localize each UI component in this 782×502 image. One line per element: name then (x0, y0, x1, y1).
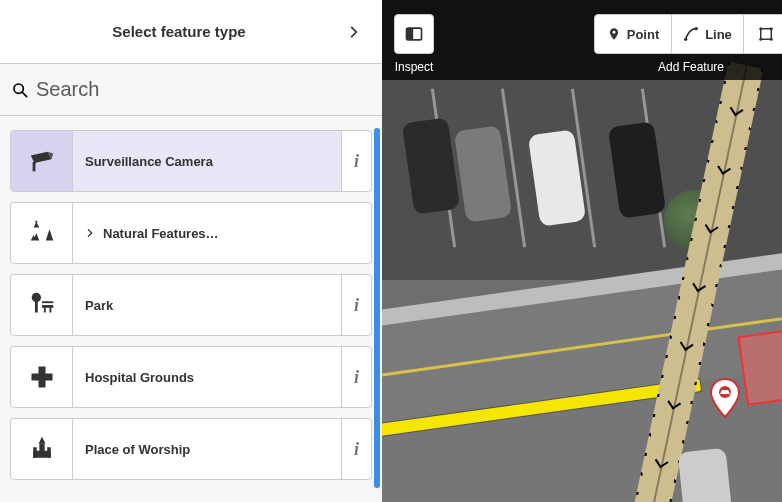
inspect-icon (404, 24, 424, 44)
svg-point-25 (759, 38, 762, 41)
svg-point-3 (35, 221, 37, 223)
svg-rect-22 (760, 29, 771, 40)
feature-type-natural-features[interactable]: Natural Features… (10, 202, 372, 264)
search-row (0, 64, 382, 116)
direction-chevron-icon (655, 454, 669, 468)
plus-icon (11, 347, 73, 407)
info-button[interactable]: i (341, 347, 371, 407)
map-toolbar: Inspect Point Line Add Feature (394, 14, 782, 74)
feature-type-label: Park (73, 275, 341, 335)
add-point-button[interactable]: Point (594, 14, 672, 54)
collapse-button[interactable] (342, 25, 366, 39)
svg-point-23 (759, 27, 762, 30)
svg-point-4 (31, 293, 40, 302)
feature-type-label-text: Natural Features… (103, 226, 219, 241)
feature-type-hospital-grounds[interactable]: Hospital Grounds i (10, 346, 372, 408)
direction-chevron-icon (705, 220, 719, 234)
svg-point-19 (612, 31, 615, 34)
chevron-right-icon (85, 228, 95, 238)
info-button[interactable]: i (341, 419, 371, 479)
pin-icon (710, 378, 740, 418)
feature-type-label: Place of Worship (73, 419, 341, 479)
feature-type-place-of-worship[interactable]: Place of Worship i (10, 418, 372, 480)
parked-car (678, 448, 735, 502)
svg-rect-14 (33, 447, 37, 458)
add-feature-buttons: Point Line (594, 14, 782, 54)
panel-header: Select feature type (0, 0, 382, 64)
add-point-label: Point (627, 27, 660, 42)
add-line-button[interactable]: Line (672, 14, 744, 54)
direction-chevron-icon (680, 337, 694, 351)
direction-chevron-icon (730, 102, 744, 116)
feature-type-label: Natural Features… (73, 203, 371, 263)
nature-icon (11, 203, 73, 263)
inspect-group: Inspect (394, 14, 434, 74)
svg-rect-9 (42, 301, 53, 303)
direction-chevron-icon (667, 396, 681, 410)
svg-rect-8 (49, 308, 51, 313)
inspect-label: Inspect (395, 60, 434, 74)
camera-icon (11, 131, 73, 191)
search-icon (12, 82, 28, 98)
chevron-right-icon (347, 25, 361, 39)
add-area-button[interactable] (744, 14, 782, 54)
point-pin-icon (607, 27, 621, 41)
svg-point-26 (769, 38, 772, 41)
feature-type-surveillance-camera[interactable]: Surveillance Camera i (10, 130, 372, 192)
svg-point-24 (769, 27, 772, 30)
sidebar-panel: Select feature type Surveillance Camera … (0, 0, 382, 502)
search-input[interactable] (36, 78, 370, 101)
svg-rect-5 (34, 301, 37, 312)
line-icon (683, 26, 699, 42)
worship-icon (11, 419, 73, 479)
add-line-label: Line (705, 27, 732, 42)
feature-type-list-wrap: Surveillance Camera i Natural Features… (0, 116, 382, 502)
svg-rect-15 (47, 447, 51, 458)
svg-rect-2 (32, 162, 35, 171)
svg-rect-6 (42, 305, 53, 308)
direction-chevron-icon (692, 278, 706, 292)
info-button[interactable]: i (341, 275, 371, 335)
svg-point-20 (684, 38, 687, 41)
svg-rect-11 (31, 374, 52, 381)
feature-type-label: Hospital Grounds (73, 347, 341, 407)
feature-type-list[interactable]: Surveillance Camera i Natural Features… (0, 116, 382, 502)
park-icon (11, 275, 73, 335)
svg-line-1 (22, 92, 27, 97)
direction-chevron-icon (717, 161, 731, 175)
add-feature-group: Point Line Add Feature (594, 14, 782, 74)
svg-rect-18 (407, 28, 414, 40)
panel-title: Select feature type (16, 23, 342, 40)
inspect-button[interactable] (394, 14, 434, 54)
svg-point-21 (695, 27, 698, 30)
list-scrollbar[interactable] (374, 128, 380, 488)
svg-rect-7 (43, 308, 45, 313)
area-icon (757, 25, 775, 43)
feature-type-park[interactable]: Park i (10, 274, 372, 336)
feature-type-label: Surveillance Camera (73, 131, 341, 191)
info-button[interactable]: i (341, 131, 371, 191)
map-pin[interactable] (710, 378, 740, 418)
add-feature-label: Add Feature (658, 60, 724, 74)
